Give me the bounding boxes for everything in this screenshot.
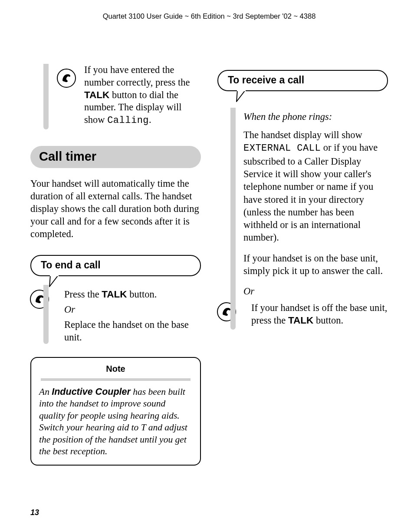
page: Quartet 3100 User Guide ~ 6th Edition ~ …	[0, 0, 414, 532]
receive-step: If your handset is off the base unit, pr…	[243, 302, 388, 327]
svg-rect-1	[50, 275, 59, 276]
p3-post: button.	[313, 315, 343, 326]
p1-post: or if you have subscribed to a Caller Di…	[243, 142, 378, 243]
end-call-replace: Replace the handset on the base unit.	[64, 319, 201, 344]
p1-pre: The handset display will show	[243, 129, 362, 140]
receive-p3: If your handset is off the base unit, pr…	[251, 302, 388, 327]
talk-icon	[56, 68, 76, 90]
call-timer-body: Your handset will automatically time the…	[30, 178, 201, 240]
left-column: If you have entered the number correctly…	[30, 64, 201, 466]
receive-or: Or	[243, 285, 388, 297]
intro-block: If you have entered the number correctly…	[30, 64, 201, 127]
note-body: An Inductive Coupler has been built into…	[39, 386, 192, 458]
receive-subhead: When the phone rings:	[243, 111, 388, 122]
section-heading-text: Call timer	[39, 149, 96, 163]
callout-body-end-call: Press the TALK button. Or Replace the ha…	[30, 288, 201, 344]
note-strong: Inductive Coupler	[52, 387, 131, 397]
note-rule	[41, 378, 191, 381]
callout-receive-call: To receive a call When the phone rings: …	[217, 70, 388, 327]
callout-tail	[48, 276, 201, 288]
intro-lcd: Calling	[107, 115, 149, 126]
svg-rect-3	[237, 90, 246, 91]
end-call-step: Press the TALK button. Or Replace the ha…	[56, 288, 201, 344]
right-column: To receive a call When the phone rings: …	[217, 64, 388, 466]
end-call-or: Or	[64, 304, 201, 316]
end-call-text: Press the TALK button. Or Replace the ha…	[64, 288, 201, 344]
note-box: Note An Inductive Coupler has been built…	[30, 357, 201, 466]
page-number: 13	[30, 508, 39, 517]
p1-lcd: EXTERNAL CALL	[243, 143, 321, 154]
vertical-stripe	[230, 108, 236, 330]
end-call-talk: TALK	[102, 289, 127, 300]
end-call-press-post: button.	[127, 289, 157, 300]
intro-talk: TALK	[84, 89, 109, 100]
note-title-wrap: Note	[39, 364, 192, 376]
receive-p1: The handset display will show EXTERNAL C…	[243, 129, 388, 244]
intro-text: If you have entered the number correctly…	[84, 64, 201, 127]
callout-head-receive: To receive a call	[217, 70, 388, 91]
vertical-stripe	[43, 64, 49, 129]
callout-end-call: To end a call	[30, 255, 201, 344]
note-title: Note	[106, 364, 125, 376]
receive-p2: If your handset is on the base unit, sim…	[243, 252, 388, 278]
intro-step: If you have entered the number correctly…	[56, 64, 201, 127]
note-pre: An	[39, 387, 52, 397]
intro-post: .	[149, 114, 151, 125]
intro-pre: If you have entered the number correctly…	[84, 64, 190, 88]
section-heading-call-timer: Call timer	[30, 146, 201, 168]
columns: If you have entered the number correctly…	[30, 64, 388, 466]
vertical-stripe	[43, 285, 49, 344]
callout-body-receive: When the phone rings: The handset displa…	[217, 111, 388, 327]
end-call-press-pre: Press the	[64, 289, 102, 300]
callout-head-end-call: To end a call	[30, 255, 201, 276]
callout-tail	[235, 91, 388, 103]
p3-talk: TALK	[288, 315, 313, 326]
running-head: Quartet 3100 User Guide ~ 6th Edition ~ …	[30, 12, 388, 20]
